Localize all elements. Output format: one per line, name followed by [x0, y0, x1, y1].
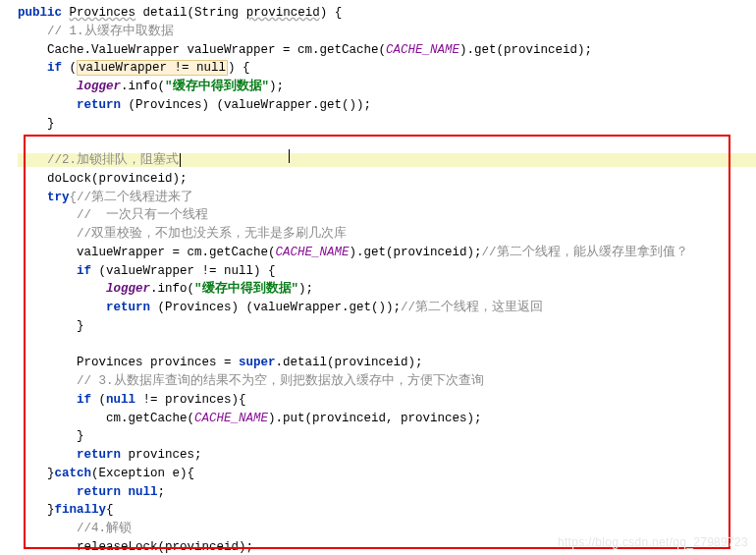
kw-null: null [106, 393, 135, 407]
comment: {//第二个线程进来了 [70, 191, 194, 204]
text-cursor-icon [180, 153, 181, 167]
highlight-cond: valueWrapper != null [77, 60, 228, 76]
code-text: (Exception e){ [91, 467, 194, 480]
const-cache-name: CACHE_NAME [386, 43, 459, 57]
comment: //第二个线程，能从缓存里拿到值？ [482, 246, 688, 259]
kw-return-null: return null [77, 485, 158, 499]
code-text: .info( [150, 282, 194, 296]
kw-return: return [106, 301, 150, 314]
comment: // 1.从缓存中取数据 [47, 25, 174, 38]
string-lit: "缓存中得到数据" [194, 282, 298, 296]
code-text: releaseLock(provinceid); [77, 540, 253, 554]
kw-catch: catch [55, 467, 92, 480]
code-text: ).get(provinceid); [459, 43, 592, 57]
code-text: .info( [121, 80, 165, 93]
kw-return: return [77, 448, 121, 462]
comment: //第二个线程，这里返回 [401, 301, 543, 314]
code-editor[interactable]: public Provinces detail(String provincei… [0, 0, 756, 555]
code-text: (Provinces) (valueWrapper.get()); [150, 301, 401, 314]
caret-icon [289, 149, 290, 163]
comment: //2.加锁排队，阻塞式 [47, 153, 179, 167]
code-text: != provinces){ [135, 393, 246, 407]
param-type: String [194, 6, 239, 20]
code-text: doLock(provinceid); [47, 172, 188, 186]
code-text: provinces; [121, 448, 202, 462]
kw-if: if [47, 61, 62, 75]
code-text: ); [298, 282, 313, 296]
code-text: ).get(provinceid); [350, 246, 482, 259]
comment: // 3.从数据库查询的结果不为空，则把数据放入缓存中，方便下次查询 [77, 374, 484, 388]
code-text: Cache.ValueWrapper valueWrapper = cm.get… [47, 43, 386, 57]
const-cache-name: CACHE_NAME [194, 412, 268, 425]
param-name: provinceid [246, 6, 320, 20]
code-text: ); [269, 80, 284, 93]
const-cache-name: CACHE_NAME [276, 246, 350, 259]
code-text: ; [158, 485, 166, 499]
code-text: ( [91, 393, 106, 407]
code-text: (valueWrapper != null) { [91, 264, 276, 278]
string-lit: "缓存中得到数据" [165, 80, 269, 93]
code-text: Provinces provinces = [77, 356, 239, 369]
kw-finally: finally [55, 503, 107, 517]
kw-if: if [77, 393, 91, 407]
fn-name: detail [143, 6, 188, 20]
ret-type: Provinces [70, 6, 136, 20]
kw-if: if [77, 264, 91, 278]
comment: //4.解锁 [77, 522, 132, 535]
comment: //双重校验，不加也没关系，无非是多刷几次库 [77, 227, 347, 241]
kw-super: super [239, 356, 276, 369]
code-text: ).put(provinceid, provinces); [268, 412, 482, 425]
kw-public: public [18, 6, 62, 20]
code-text: (Provinces) (valueWrapper.get()); [121, 98, 371, 112]
kw-return: return [77, 98, 121, 112]
comment: // 一次只有一个线程 [77, 208, 208, 222]
code-text: .detail(provinceid); [276, 356, 423, 369]
kw-try: try [47, 191, 70, 204]
logger-ref: logger [106, 282, 150, 296]
code-text: valueWrapper = cm.getCache( [77, 246, 276, 259]
code-block: public Provinces detail(String provincei… [18, 4, 756, 555]
code-text: cm.getCache( [106, 412, 194, 425]
logger-ref: logger [77, 80, 121, 93]
